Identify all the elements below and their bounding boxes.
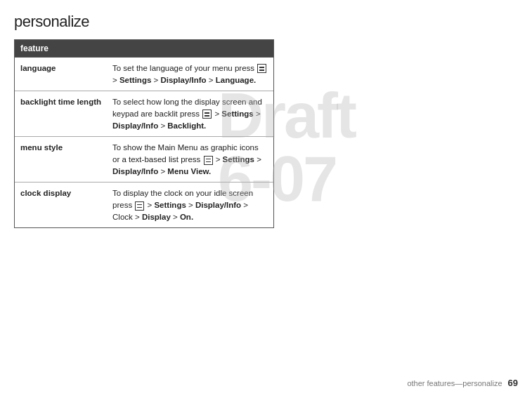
feature-description: To display the clock on your idle screen…	[107, 183, 273, 228]
feature-label: language	[15, 58, 107, 91]
table-row: backlight time length To select how long…	[15, 91, 273, 137]
menu-icon	[204, 156, 213, 165]
table-row: menu style To show the Main Menu as grap…	[15, 137, 273, 183]
table-row: clock display To display the clock on yo…	[15, 183, 273, 228]
page-title: personalize	[14, 13, 518, 31]
feature-description: To set the language of your menu press >…	[107, 58, 273, 91]
footer: other features—personalize 69	[407, 378, 518, 388]
footer-page-number: 69	[508, 378, 518, 388]
menu-icon	[202, 110, 212, 119]
page-container: personalize Draft 6-07 feature language …	[0, 0, 532, 398]
menu-icon	[257, 64, 266, 73]
feature-label: menu style	[15, 137, 107, 183]
feature-label: backlight time length	[15, 91, 107, 137]
menu-icon	[135, 201, 144, 211]
footer-text: other features—personalize	[407, 379, 502, 387]
table-row: language To set the language of your men…	[15, 58, 273, 91]
feature-description: To show the Main Menu as graphic icons o…	[107, 137, 273, 183]
feature-label: clock display	[15, 183, 107, 228]
table-header: feature	[15, 40, 273, 58]
feature-description: To select how long the display screen an…	[107, 91, 273, 137]
features-table: feature language To set the language of …	[15, 40, 273, 227]
features-table-wrapper: feature language To set the language of …	[14, 39, 274, 228]
